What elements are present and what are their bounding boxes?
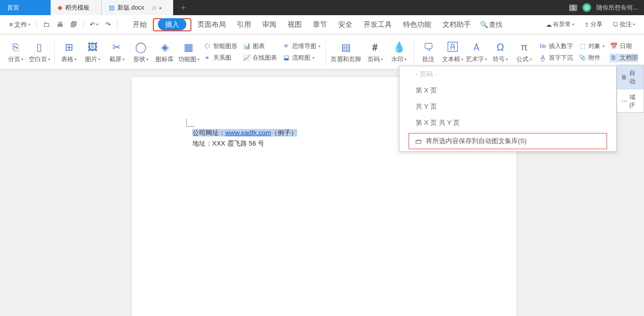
- doc-line1-link[interactable]: www.xadfk.com: [225, 129, 271, 137]
- pic-icon: 🖼: [86, 40, 100, 54]
- undo-icon[interactable]: ↶ ▾: [87, 19, 101, 30]
- comment-icon: 🗨: [421, 40, 435, 54]
- share-button[interactable]: ⇪ 分享: [581, 19, 606, 30]
- tab-document[interactable]: ▤ 新版.docx ⚠ ●: [101, 0, 173, 15]
- auto-icon: 🗎: [621, 74, 627, 81]
- ribbon-relation[interactable]: ⚭关系图: [203, 54, 237, 62]
- blank-icon: ▯: [32, 40, 47, 54]
- screenshot-icon: ✂: [110, 40, 124, 54]
- doc-line1-pre: 公司网址：: [192, 129, 225, 137]
- textbox-icon: 🄰: [446, 40, 460, 54]
- ribbon-dropcap[interactable]: A̲首字下沉: [539, 54, 573, 62]
- menu-button[interactable]: ≡ 文件 ▾: [6, 19, 33, 31]
- object-icon: ⬚: [578, 42, 586, 50]
- menu-layout[interactable]: 页面布局: [192, 18, 231, 31]
- shape-icon: ◯: [134, 40, 148, 54]
- pagenum-icon: #️: [368, 40, 382, 54]
- menu-insert[interactable]: 插入: [158, 18, 186, 30]
- ribbon-shape[interactable]: ◯ 形状▾: [129, 36, 152, 68]
- ribbon-object[interactable]: ⬚对象▾: [578, 42, 605, 51]
- avatar[interactable]: [582, 3, 591, 12]
- tab-warn: ⚠ ●: [147, 4, 166, 11]
- crop-mark: [186, 119, 194, 127]
- ribbon-wordart[interactable]: Ａ 艺术字▾: [465, 36, 488, 68]
- ribbon-iconlib[interactable]: ◈ 图标库: [153, 36, 176, 68]
- menu-special[interactable]: 特色功能: [398, 18, 436, 31]
- date-icon: 📅: [610, 42, 618, 50]
- save-gallery-icon: 🗃: [415, 138, 422, 145]
- ribbon-watermark[interactable]: 💧 水印▾: [387, 36, 410, 68]
- ribbon-textbox[interactable]: 🄰 文本框▾: [441, 36, 464, 68]
- mindmap-icon: ✳: [282, 42, 290, 50]
- ribbon-funcchart[interactable]: ▦ 功能图▾: [177, 36, 200, 68]
- ribbon-attach[interactable]: 📎附件: [578, 54, 605, 62]
- menu-view[interactable]: 视图: [283, 18, 307, 31]
- tab-template[interactable]: ◆ 稻壳模板: [51, 0, 101, 15]
- ribbon-flowchart[interactable]: ⬓流程图▾: [282, 54, 320, 62]
- warn-icon: ⚠: [151, 4, 157, 11]
- search-button[interactable]: 🔍 查找: [477, 19, 505, 31]
- user-label: 随你所想有何...: [596, 4, 638, 12]
- funcchart-icon: ▦: [182, 40, 196, 54]
- redo-icon[interactable]: ↷: [102, 19, 114, 30]
- quick-toolbar: ≡ 文件 ▾ 🗀 🖶 🗐 ↶ ▾ ↷ 开始 插入 页面布局 引用 审阅 视图 章…: [0, 15, 644, 34]
- dropdown-totaly[interactable]: 共 Y 页: [399, 99, 616, 115]
- ribbon-pic[interactable]: 🖼 图片▾: [82, 36, 104, 68]
- ribbon-online-chart[interactable]: 📈在线图表: [243, 54, 277, 62]
- table-icon: ⊞: [62, 40, 76, 54]
- save-icon[interactable]: 🗀: [40, 19, 53, 30]
- titlebar: 首页 ◆ 稻壳模板 ▤ 新版.docx ⚠ ● ＋ 1 随你所想有何...: [0, 0, 644, 15]
- ribbon-symbol[interactable]: Ω 符号▾: [489, 36, 512, 68]
- menu-start[interactable]: 开始: [128, 18, 152, 31]
- annotate-button[interactable]: 🗨 批注 ▾: [610, 19, 638, 30]
- dropdown-pagex[interactable]: 第 X 页: [399, 82, 616, 99]
- tab-home[interactable]: 首页: [0, 0, 51, 15]
- wordart-icon: Ａ: [469, 40, 484, 54]
- docpart-dropdown: - 页码 - 第 X 页 共 Y 页 第 X 页 共 Y 页 🗃 将所选内容保存…: [399, 66, 617, 152]
- menu-helper[interactable]: 文档助手: [437, 18, 476, 31]
- dot-icon: ●: [159, 5, 162, 11]
- ribbon-headerfooter[interactable]: ▤ 页眉和页脚: [329, 36, 363, 68]
- ribbon-docpart[interactable]: 🗎文档部: [610, 54, 638, 62]
- ribbon-pagenum[interactable]: #️ 页码▾: [364, 36, 386, 68]
- tab-add-button[interactable]: ＋: [173, 3, 193, 13]
- abnormal-button[interactable]: ☁ 有异常 ▾: [543, 19, 577, 30]
- ribbon-smartart[interactable]: ⬡智能图形: [203, 42, 237, 51]
- attach-icon: 📎: [578, 54, 586, 62]
- ribbon-mindmap[interactable]: ✳思维导图▾: [282, 42, 320, 51]
- menu-ref[interactable]: 引用: [232, 18, 256, 31]
- menu-dev[interactable]: 开发工具: [358, 18, 397, 31]
- ribbon-formula[interactable]: π 公式▾: [513, 36, 536, 68]
- ribbon-pagebreak[interactable]: ⎘ 分页▾: [4, 36, 27, 68]
- field-icon: ⋯: [621, 98, 627, 105]
- dropdown-pagex-totaly[interactable]: 第 X 页 共 Y 页: [399, 115, 616, 131]
- formula-icon: π: [517, 40, 531, 54]
- pagebreak-icon: ⎘: [9, 40, 23, 54]
- onlinechart-icon: 📈: [243, 54, 251, 62]
- notif-badge[interactable]: 1: [569, 5, 577, 11]
- tab-doc-label: 新版.docx: [117, 4, 144, 12]
- ribbon-blank[interactable]: ▯ 空白页▾: [28, 36, 51, 68]
- preview-icon[interactable]: 🗐: [67, 19, 80, 30]
- menu-safe[interactable]: 安全: [333, 18, 357, 31]
- watermark-icon: 💧: [392, 40, 406, 54]
- side-field[interactable]: ⋯域(F: [617, 89, 643, 112]
- doc-icon: ▤: [109, 4, 114, 11]
- ribbon-chart[interactable]: 📊图表: [243, 42, 277, 51]
- insertnum-icon: №: [539, 42, 547, 50]
- ribbon-insertnum[interactable]: №插入数字: [539, 42, 573, 51]
- ribbon-screenshot[interactable]: ✂ 截屏▾: [105, 36, 128, 68]
- menu-review[interactable]: 审阅: [257, 18, 281, 31]
- tab-template-label: 稻壳模板: [65, 4, 90, 12]
- docpart-icon: 🗎: [610, 54, 618, 62]
- ribbon-table[interactable]: ⊞ 表格▾: [58, 36, 80, 68]
- dropdown-save-to-gallery[interactable]: 🗃 将所选内容保存到自动图文集库(S): [409, 133, 607, 149]
- doc-line1-suf: （例子）: [271, 129, 297, 137]
- side-auto[interactable]: 🗎自动: [617, 65, 643, 89]
- relation-icon: ⚭: [203, 54, 211, 62]
- menu-chapter[interactable]: 章节: [308, 18, 332, 31]
- print-icon[interactable]: 🖶: [54, 19, 66, 30]
- ribbon-comment[interactable]: 🗨 批注: [417, 36, 440, 68]
- app-icon: ◆: [58, 4, 62, 11]
- ribbon-date[interactable]: 📅日期: [610, 42, 638, 51]
